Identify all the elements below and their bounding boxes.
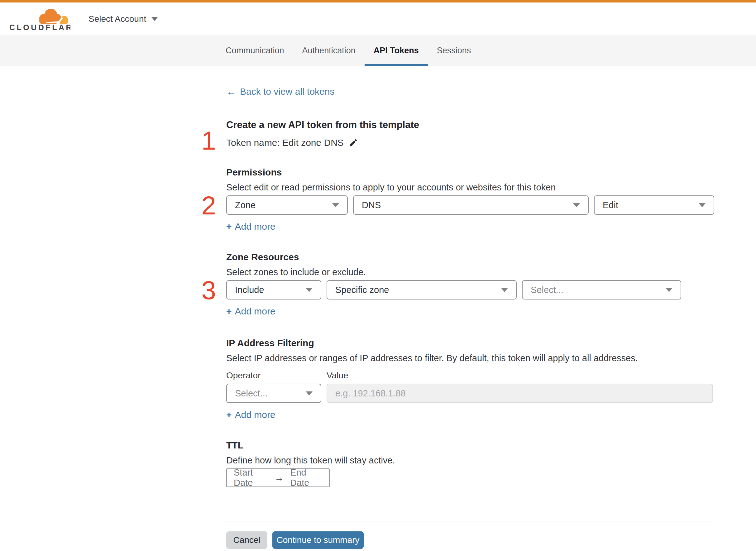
chevron-down-icon — [332, 203, 339, 207]
end-date-placeholder: End Date — [290, 468, 322, 488]
zone-picker-select[interactable]: Select... — [522, 280, 681, 300]
add-more-label: Add more — [235, 409, 275, 420]
ip-filtering-labels: Operator Value — [226, 370, 714, 381]
ip-filtering-heading: IP Address Filtering — [226, 337, 714, 349]
tab-api-tokens[interactable]: API Tokens — [364, 35, 428, 66]
tab-sessions[interactable]: Sessions — [428, 35, 480, 66]
back-link-label: Back to view all tokens — [240, 85, 334, 98]
page-title: Create a new API token from this templat… — [226, 118, 714, 132]
tab-authentication[interactable]: Authentication — [293, 35, 364, 66]
left-arrow-icon: ← — [226, 85, 236, 98]
permissions-heading: Permissions — [226, 166, 714, 178]
chevron-down-icon — [501, 288, 508, 292]
zone-resources-row: 3 Include Specific zone Select... — [226, 280, 714, 300]
account-selector[interactable]: Select Account — [88, 14, 158, 24]
select-placeholder: Select... — [235, 388, 268, 399]
ip-filtering-description: Select IP addresses or ranges of IP addr… — [226, 352, 714, 364]
zone-resources-section: Zone Resources Select zones to include o… — [226, 251, 714, 317]
chevron-down-icon — [306, 288, 312, 292]
cloudflare-logo[interactable]: CLOUDFLARE — [9, 6, 70, 32]
zone-resources-heading: Zone Resources — [226, 251, 714, 263]
ip-operator-select[interactable]: Select... — [226, 384, 321, 403]
zone-resources-add-more-link[interactable]: + Add more — [226, 306, 275, 317]
ttl-section: TTL Define how long this token will stay… — [226, 439, 714, 487]
cloudflare-wordmark: CLOUDFLARE — [9, 23, 70, 32]
add-more-label: Add more — [235, 221, 275, 232]
token-name-section: 1 Create a new API token from this templ… — [226, 118, 714, 149]
main-content: ← Back to view all tokens 1 Create a new… — [226, 66, 714, 549]
ip-value-input[interactable] — [326, 384, 713, 403]
tab-communication[interactable]: Communication — [216, 35, 293, 66]
continue-to-summary-button[interactable]: Continue to summary — [272, 531, 364, 549]
ttl-date-range-picker[interactable]: Start Date → End Date — [226, 468, 330, 487]
footer-actions: Cancel Continue to summary — [226, 531, 714, 549]
footer-divider — [226, 521, 714, 521]
plus-icon: + — [226, 221, 232, 232]
select-value: Edit — [603, 200, 618, 210]
chevron-down-icon — [666, 288, 673, 292]
permissions-section: Permissions Select edit or read permissi… — [226, 166, 714, 232]
step-number: 3 — [201, 277, 216, 303]
permissions-description: Select edit or read permissions to apply… — [226, 181, 714, 193]
chevron-down-icon — [573, 203, 580, 207]
plus-icon: + — [226, 306, 232, 317]
profile-tabbar: Communication Authentication API Tokens … — [0, 35, 756, 66]
select-value: Zone — [235, 200, 255, 210]
right-arrow-icon: → — [274, 473, 284, 483]
chevron-down-icon — [151, 17, 158, 21]
ip-filtering-add-more-link[interactable]: + Add more — [226, 409, 275, 420]
cloudflare-cloud-icon — [39, 9, 68, 24]
select-value: DNS — [362, 200, 381, 210]
select-placeholder: Select... — [531, 285, 564, 295]
step-number: 2 — [201, 192, 216, 218]
ip-filtering-section: IP Address Filtering Select IP addresses… — [226, 337, 714, 420]
ttl-heading: TTL — [226, 439, 714, 452]
top-orange-bar — [0, 0, 756, 2]
permission-group-select[interactable]: DNS — [353, 195, 589, 215]
permission-scope-select[interactable]: Zone — [226, 195, 348, 215]
add-more-label: Add more — [235, 306, 275, 317]
app-header: CLOUDFLARE Select Account — [0, 2, 756, 35]
value-label: Value — [326, 370, 348, 381]
back-to-tokens-link[interactable]: ← Back to view all tokens — [226, 85, 334, 98]
start-date-placeholder: Start Date — [234, 468, 268, 488]
zone-resources-description: Select zones to include or exclude. — [226, 266, 714, 278]
zone-include-select[interactable]: Include — [226, 280, 321, 300]
plus-icon: + — [226, 409, 232, 420]
select-value: Include — [235, 285, 264, 295]
ttl-description: Define how long this token will stay act… — [226, 454, 714, 467]
account-selector-label: Select Account — [88, 14, 146, 24]
token-name-text: Token name: Edit zone DNS — [226, 136, 344, 149]
select-value: Specific zone — [335, 285, 389, 295]
chevron-down-icon — [699, 203, 706, 207]
ip-filtering-row: Select... — [226, 384, 714, 403]
edit-pencil-icon[interactable] — [349, 138, 358, 147]
permissions-add-more-link[interactable]: + Add more — [226, 221, 275, 232]
operator-label: Operator — [226, 370, 326, 381]
step-number: 1 — [201, 127, 216, 154]
cancel-button[interactable]: Cancel — [226, 531, 267, 549]
chevron-down-icon — [306, 392, 312, 396]
permission-access-select[interactable]: Edit — [594, 195, 714, 215]
zone-type-select[interactable]: Specific zone — [326, 280, 517, 300]
permissions-row: 2 Zone DNS Edit — [226, 195, 714, 215]
